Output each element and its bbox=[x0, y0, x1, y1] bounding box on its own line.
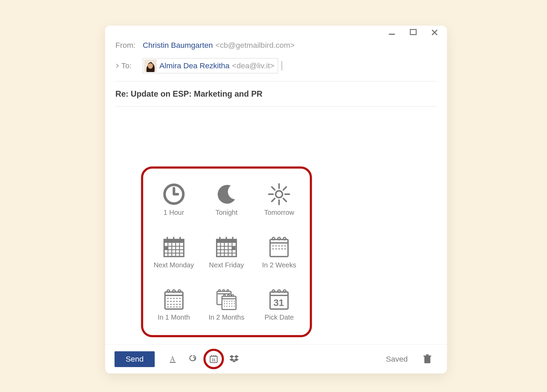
to-row: To: Almira Dea Rezkitha <dea@liv.it> bbox=[116, 58, 437, 73]
svg-point-61 bbox=[276, 248, 277, 250]
minimize-button[interactable] bbox=[385, 27, 399, 39]
svg-point-64 bbox=[284, 248, 286, 250]
svg-point-91 bbox=[218, 290, 220, 292]
recipient-email: <dea@liv.it> bbox=[232, 61, 275, 70]
send-later-popup: 1 Hour Tonight Tomorrow bbox=[141, 167, 312, 337]
svg-rect-8 bbox=[213, 355, 214, 357]
snooze-option-next-friday[interactable]: Next Friday bbox=[200, 225, 253, 278]
compose-toolbar: Send A 31 Saved bbox=[105, 344, 447, 374]
svg-point-62 bbox=[279, 248, 280, 250]
snooze-option-label: Tomorrow bbox=[264, 209, 294, 216]
svg-rect-50 bbox=[270, 239, 288, 256]
snooze-option-label: Pick Date bbox=[265, 314, 294, 322]
svg-point-102 bbox=[229, 301, 230, 302]
svg-point-112 bbox=[229, 306, 230, 307]
svg-point-73 bbox=[176, 298, 177, 299]
svg-point-82 bbox=[173, 304, 174, 305]
svg-point-101 bbox=[226, 301, 227, 302]
svg-point-100 bbox=[224, 301, 225, 302]
svg-rect-11 bbox=[424, 356, 430, 363]
calendar-pick-icon: 31 bbox=[267, 288, 291, 311]
clock-icon bbox=[162, 182, 186, 206]
svg-point-105 bbox=[224, 303, 225, 304]
from-row: From: Christin Baumgarten <cb@getmailbir… bbox=[116, 38, 437, 53]
svg-point-81 bbox=[170, 304, 172, 305]
svg-rect-1 bbox=[410, 29, 416, 34]
svg-point-71 bbox=[170, 298, 172, 299]
svg-point-57 bbox=[279, 245, 280, 247]
dropbox-icon[interactable] bbox=[227, 351, 242, 367]
svg-point-59 bbox=[284, 245, 286, 247]
svg-point-85 bbox=[167, 306, 169, 308]
svg-point-113 bbox=[231, 306, 232, 307]
window-controls bbox=[385, 27, 442, 39]
svg-point-109 bbox=[234, 303, 235, 304]
svg-rect-40 bbox=[226, 237, 227, 240]
svg-rect-49 bbox=[232, 247, 236, 249]
from-label: From: bbox=[116, 41, 143, 50]
snooze-option-next-monday[interactable]: Next Monday bbox=[147, 225, 200, 278]
svg-rect-27 bbox=[173, 237, 174, 240]
svg-rect-9 bbox=[215, 355, 216, 357]
snooze-option-tomorrow[interactable]: Tomorrow bbox=[253, 173, 306, 225]
svg-point-86 bbox=[170, 306, 172, 308]
svg-rect-7 bbox=[211, 355, 212, 357]
svg-point-84 bbox=[179, 304, 181, 305]
svg-point-103 bbox=[231, 301, 232, 302]
send-later-icon[interactable]: 31 bbox=[206, 351, 222, 367]
snooze-option-tonight[interactable]: Tonight bbox=[200, 173, 253, 225]
recipient-name: Almira Dea Rezkitha bbox=[159, 61, 229, 70]
svg-point-58 bbox=[282, 245, 283, 247]
svg-rect-39 bbox=[219, 237, 221, 240]
text-format-icon[interactable]: A bbox=[165, 351, 181, 367]
svg-rect-28 bbox=[179, 237, 181, 240]
calendar-1month-icon bbox=[162, 288, 186, 311]
svg-point-66 bbox=[167, 290, 170, 293]
snooze-option-label: 1 Hour bbox=[163, 209, 184, 216]
svg-text:A: A bbox=[170, 355, 175, 363]
maximize-button[interactable] bbox=[406, 27, 421, 39]
svg-point-83 bbox=[176, 304, 177, 305]
attachment-icon[interactable] bbox=[186, 351, 201, 367]
avatar bbox=[144, 59, 157, 72]
from-email: <cb@getmailbird.com> bbox=[215, 41, 295, 50]
close-button[interactable] bbox=[427, 27, 442, 39]
calendar-2weeks-icon bbox=[267, 235, 291, 258]
svg-rect-6 bbox=[210, 356, 217, 362]
svg-point-60 bbox=[272, 248, 274, 250]
svg-text:31: 31 bbox=[212, 358, 216, 362]
svg-point-76 bbox=[170, 301, 172, 302]
from-name[interactable]: Christin Baumgarten bbox=[143, 41, 213, 50]
svg-line-20 bbox=[272, 187, 275, 190]
svg-line-23 bbox=[272, 198, 275, 201]
svg-point-74 bbox=[179, 298, 181, 299]
svg-point-55 bbox=[272, 245, 274, 247]
svg-line-21 bbox=[283, 198, 286, 201]
svg-point-56 bbox=[276, 245, 277, 247]
subject-line[interactable]: Re: Update on ESP: Marketing and PR bbox=[105, 82, 447, 99]
svg-rect-0 bbox=[389, 34, 395, 35]
svg-point-93 bbox=[227, 290, 228, 292]
svg-point-87 bbox=[173, 306, 174, 308]
svg-point-68 bbox=[178, 290, 181, 293]
send-button[interactable]: Send bbox=[115, 351, 155, 367]
svg-point-77 bbox=[173, 301, 174, 302]
svg-rect-13 bbox=[426, 354, 429, 356]
trash-icon[interactable] bbox=[420, 351, 435, 367]
svg-point-114 bbox=[234, 306, 235, 307]
snooze-option-2-weeks[interactable]: In 2 Weeks bbox=[253, 225, 306, 278]
text-cursor bbox=[282, 61, 282, 71]
snooze-option-2-months[interactable]: In 2 Months bbox=[200, 278, 253, 331]
svg-rect-36 bbox=[164, 247, 168, 249]
snooze-option-pick-date[interactable]: 31 Pick Date bbox=[253, 278, 306, 331]
svg-point-75 bbox=[167, 301, 169, 302]
svg-point-67 bbox=[173, 290, 175, 293]
snooze-option-1-hour[interactable]: 1 Hour bbox=[147, 173, 200, 225]
saved-status: Saved bbox=[386, 354, 408, 363]
to-label: To: bbox=[116, 61, 143, 70]
snooze-option-1-month[interactable]: In 1 Month bbox=[147, 278, 200, 331]
snooze-option-label: Next Monday bbox=[154, 261, 194, 269]
svg-point-15 bbox=[276, 191, 283, 197]
recipient-chip[interactable]: Almira Dea Rezkitha <dea@liv.it> bbox=[143, 58, 278, 73]
svg-point-108 bbox=[231, 303, 232, 304]
